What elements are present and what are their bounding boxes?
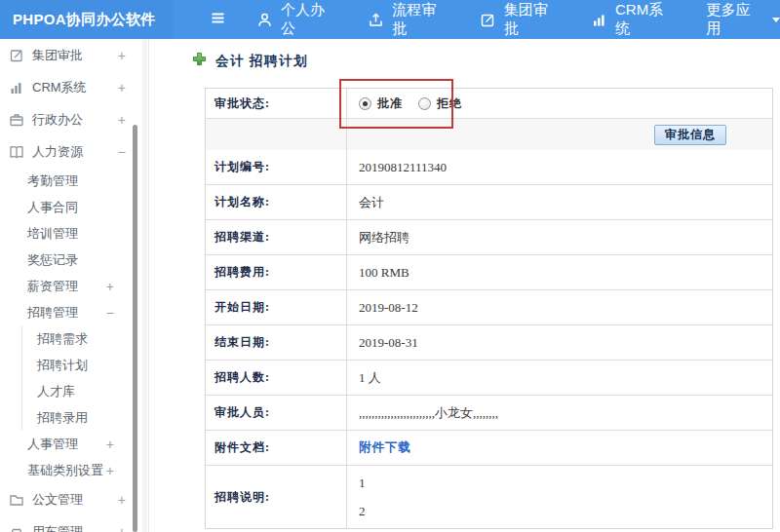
sidebar-item-12[interactable]: 人才库 [0,378,148,404]
menu-toggle-button[interactable] [210,10,226,30]
nav-label: CRM系统 [615,1,676,38]
expand-plus-icon[interactable]: + [106,437,114,452]
nav-workflow-approval[interactable]: 流程审批 [368,1,448,38]
row-label: 招聘说明: [206,466,347,528]
row-label: 计划编号: [206,150,347,184]
row-value: ,,,,,,,,,,,,,,,,,,,,,,,,小龙女,,,,,,,, [347,396,772,430]
sidebar-item-11[interactable]: 招聘计划 [0,352,148,378]
add-icon [192,52,207,70]
sidebar-item-17[interactable]: 用车管理+ [0,515,148,532]
row-label-empty [206,119,347,150]
sidebar-item-label: 培训管理 [27,225,78,243]
nav-personal-office[interactable]: 个人办公 [256,1,337,38]
reject-radio[interactable] [418,97,431,110]
nav-crm-system[interactable]: CRM系统 [591,1,676,38]
sidebar-item-5[interactable]: 人事合同 [0,194,148,220]
table-row: 审批人员:,,,,,,,,,,,,,,,,,,,,,,,,小龙女,,,,,,,, [206,395,772,430]
expand-plus-icon[interactable]: + [106,463,114,478]
row-value: 会计 [347,185,772,219]
nav-label: 集团审批 [504,1,561,38]
description-line: 2 [359,504,366,519]
top-bar: PHPOA协同办公软件 个人办公 流程审批 集团审批 [0,0,780,39]
breadcrumb: 会计 招聘计划 [192,52,308,70]
sidebar-item-label: 考勤管理 [27,172,78,190]
row-label: 计划名称: [206,185,347,219]
sidebar-item-3[interactable]: 人力资源− [0,135,148,168]
row-value: 2019-08-12 [347,290,772,324]
chevron-down-icon [772,18,780,22]
collapse-minus-icon[interactable]: − [118,144,126,160]
sidebar-item-8[interactable]: 薪资管理+ [0,273,148,299]
sidebar-item-4[interactable]: 考勤管理 [0,168,148,194]
sidebar-item-label: 招聘需求 [37,330,88,348]
sidebar-item-label: 人才库 [37,383,75,400]
table-row: 计划名称:会计 [206,184,772,219]
sidebar-item-2[interactable]: 行政办公+ [0,103,148,135]
row-label: 开始日期: [206,290,347,324]
reject-radio-label: 拒绝 [437,95,462,112]
approve-radio-label: 批准 [377,95,403,112]
sidebar-item-9[interactable]: 招聘管理− [0,299,148,325]
row-label: 结束日期: [206,325,347,360]
nav-label: 个人办公 [281,1,337,38]
collapse-minus-icon[interactable]: − [106,305,114,321]
table-row: 招聘渠道:网络招聘 [206,219,772,254]
table-row: 计划编号:20190812111340 [206,150,772,184]
sidebar-item-label: 薪资管理 [27,278,78,295]
sidebar-item-13[interactable]: 招聘录用 [0,404,148,431]
sidebar: 集团审批+CRM系统+行政办公+人力资源−考勤管理人事合同培训管理奖惩记录薪资管… [0,39,149,532]
table-row: 附件文档:附件下载 [206,430,772,465]
expand-plus-icon[interactable]: + [118,112,126,128]
row-label: 审批人员: [206,396,347,430]
sidebar-scrollbar[interactable] [133,125,137,532]
row-value: 网络招聘 [347,220,772,254]
form-rows: 计划编号:20190812111340计划名称:会计招聘渠道:网络招聘招聘费用:… [206,150,772,528]
app-logo: PHPOA协同办公软件 [0,0,173,39]
briefcase-icon [9,112,24,128]
sidebar-item-14[interactable]: 人事管理+ [0,431,148,457]
sidebar-item-7[interactable]: 奖惩记录 [0,247,148,273]
nav-more-apps[interactable]: 更多应用 [706,1,780,38]
sidebar-item-label: 奖惩记录 [27,251,78,269]
chart-icon [591,12,607,28]
expand-plus-icon[interactable]: + [118,524,126,532]
edit-icon [9,48,24,63]
row-value: 100 RMB [347,255,772,289]
book-icon [9,144,24,160]
row-value: 2019-08-31 [347,325,772,360]
expand-plus-icon[interactable]: + [118,80,126,95]
sidebar-item-1[interactable]: CRM系统+ [0,71,148,103]
nav-label: 流程审批 [392,1,448,38]
expand-plus-icon[interactable]: + [118,492,126,508]
sidebar-item-label: 人事管理 [27,436,78,453]
flow-icon [368,12,384,28]
sidebar-item-0[interactable]: 集团审批+ [0,39,148,71]
sidebar-item-10[interactable]: 招聘需求 [0,325,148,352]
hamburger-icon [210,10,226,30]
description-line: 1 [359,475,366,491]
approve-radio[interactable] [359,97,371,110]
sidebar-item-label: 基础类别设置 [27,462,103,479]
approval-info-button[interactable]: 审批信息 [654,125,726,145]
nav-group-approval[interactable]: 集团审批 [480,1,561,38]
main-content: 会计 招聘计划 审批状态: 批准 拒绝 审批信息 计划编号 [149,39,780,532]
row-value: 1 人 [347,361,772,395]
row-label: 招聘费用: [206,255,347,289]
expand-plus-icon[interactable]: + [118,48,126,63]
attachment-download-link[interactable]: 附件下载 [359,439,411,456]
folder-icon [9,492,24,508]
sidebar-item-16[interactable]: 公文管理+ [0,483,148,515]
table-row: 招聘费用:100 RMB [206,254,772,289]
sidebar-item-label: 招聘计划 [37,357,88,374]
sidebar-item-6[interactable]: 培训管理 [0,220,148,247]
user-icon [256,12,273,28]
approval-info-row: 审批信息 [206,118,772,150]
sidebar-item-label: 人事合同 [27,199,78,216]
nav-label: 更多应用 [706,1,763,38]
sidebar-item-label: 行政办公 [32,111,83,129]
sidebar-item-label: 招聘录用 [37,409,88,427]
sidebar-item-15[interactable]: 基础类别设置+ [0,457,148,483]
expand-plus-icon[interactable]: + [106,279,114,294]
car-icon [9,524,24,532]
row-value: 20190812111340 [347,150,772,184]
